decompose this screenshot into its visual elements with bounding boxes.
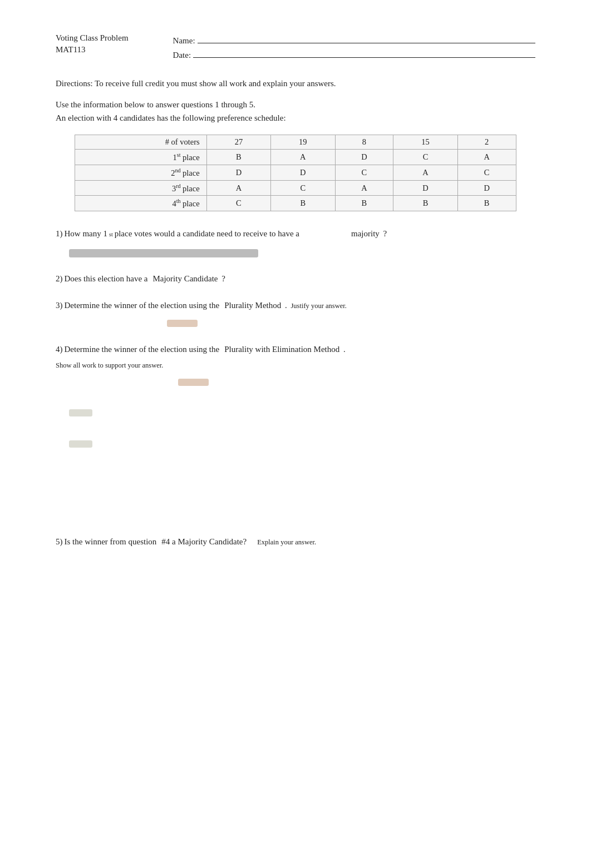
course-code: MAT113 [56, 45, 129, 54]
date-field[interactable] [193, 48, 535, 58]
q1-num: 1) [56, 227, 63, 241]
q5-num: 5) [56, 535, 63, 549]
q2-end: ? [220, 272, 225, 286]
table-col-15: 15 [393, 135, 457, 150]
question-3: 3) Determine the winner of the election … [56, 299, 535, 330]
q1-keyword: majority [351, 227, 380, 241]
q3-keyword: Plurality Method [224, 299, 281, 313]
table-col-2: 2 [457, 135, 516, 150]
question-1: 1) How many 1st place votes would a cand… [56, 227, 535, 260]
q5-text-before: Is the winner from question [65, 535, 157, 549]
q1-answer-blurred [69, 249, 258, 257]
q1-sup: st [109, 230, 113, 239]
q1-text-before: How many 1 [65, 227, 108, 241]
q3-period: . [283, 299, 289, 313]
course-title: Voting Class Problem [56, 33, 129, 43]
place-label-3: 3rd place [75, 180, 206, 196]
question-5: 5) Is the winner from question #4 a Majo… [56, 535, 535, 649]
q4-work-blurred-1 [69, 409, 92, 416]
name-label: Name: [173, 36, 195, 46]
q5-note: Explain your answer. [257, 537, 316, 548]
q4-work-blurred-2 [69, 440, 92, 448]
q4-text-before: Determine the winner of the election usi… [65, 343, 220, 357]
info-line1: Use the information below to answer ques… [56, 98, 535, 111]
table-header-label: # of voters [75, 135, 206, 150]
q3-num: 3) [56, 299, 63, 313]
table-row-4th: 4th place C B B B B [75, 196, 516, 211]
q2-text-before: Does this election have a [65, 272, 148, 286]
q4-work-area [56, 450, 535, 523]
q4-keyword: Plurality with Elimination Method [224, 343, 339, 357]
q4-num: 4) [56, 343, 63, 357]
q3-note: Justify your answer. [291, 300, 347, 312]
q3-text-before: Determine the winner of the election usi… [65, 299, 220, 313]
q1-text-after: place votes would a candidate need to re… [115, 227, 299, 241]
table-row-3rd: 3rd place A C A D D [75, 180, 516, 196]
question-4: 4) Determine the winner of the election … [56, 343, 535, 523]
header-right: Name: Date: [173, 33, 535, 60]
info-text: Use the information below to answer ques… [56, 98, 535, 125]
q4-answer-blurred [178, 379, 209, 386]
table-col-8: 8 [335, 135, 393, 150]
table-col-19: 19 [271, 135, 335, 150]
q2-keyword: Majority Candidate [152, 272, 218, 286]
name-field[interactable] [198, 33, 535, 43]
table-row-2nd: 2nd place D D C A C [75, 165, 516, 180]
table-header-row: # of voters 27 19 8 15 2 [75, 135, 516, 150]
date-label: Date: [173, 51, 191, 60]
q4-end: . [341, 343, 346, 357]
directions: Directions: To receive full credit you m… [56, 77, 535, 90]
header-left: Voting Class Problem MAT113 [56, 33, 129, 60]
q3-answer-blurred [167, 320, 198, 327]
place-label-1: 1st place [75, 150, 206, 165]
q5-keyword: #4 a Majority Candidate? [161, 535, 247, 549]
q2-num: 2) [56, 272, 63, 286]
place-label-4: 4th place [75, 196, 206, 211]
q1-end: ? [381, 227, 387, 241]
place-label-2: 2nd place [75, 165, 206, 180]
table-col-27: 27 [206, 135, 270, 150]
q4-work-note: Show all work to support your answer. [56, 361, 163, 369]
question-2: 2) Does this election have a Majority Ca… [56, 272, 535, 286]
preference-table: # of voters 27 19 8 15 2 1st place B A D… [75, 135, 516, 211]
info-line2: An election with 4 candidates has the fo… [56, 111, 535, 125]
table-row-1st: 1st place B A D C A [75, 150, 516, 165]
q5-answer-area [56, 549, 535, 649]
